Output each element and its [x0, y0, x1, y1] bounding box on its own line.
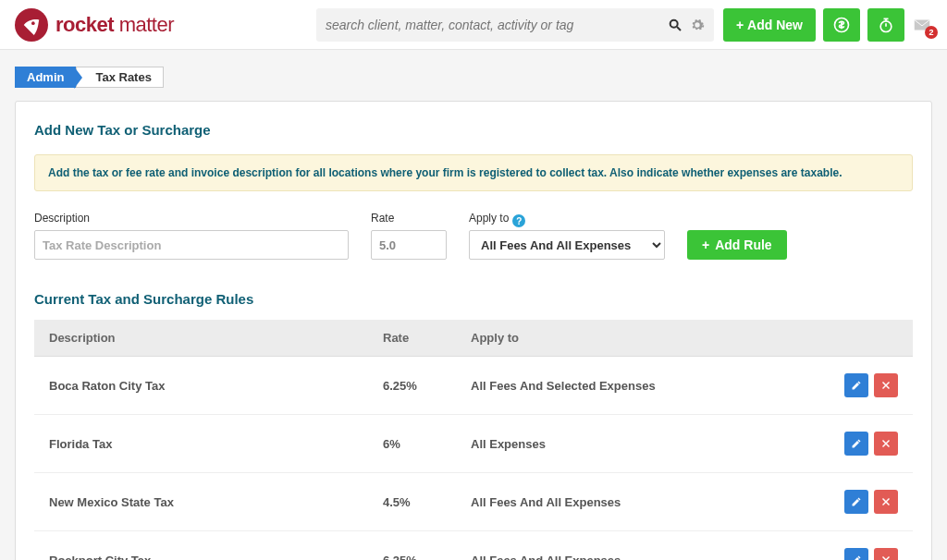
description-input[interactable] [34, 230, 349, 260]
cell-apply: All Fees And Selected Expenses [456, 357, 807, 415]
cell-rate: 6% [368, 415, 456, 473]
col-header-apply: Apply to [456, 320, 807, 357]
svg-line-2 [677, 27, 681, 30]
svg-point-4 [880, 20, 892, 31]
edit-button[interactable] [844, 373, 868, 397]
cell-apply: All Fees And All Expenses [456, 473, 807, 531]
delete-button[interactable] [874, 490, 898, 514]
description-label: Description [34, 212, 349, 225]
table-row: Rockport City Tax6.25%All Fees And All E… [34, 531, 913, 561]
col-header-rate: Rate [368, 320, 456, 357]
help-box: Add the tax or fee rate and invoice desc… [34, 154, 913, 191]
rules-section-title: Current Tax and Surcharge Rules [34, 291, 913, 307]
notifications-button[interactable]: 2 [912, 15, 932, 35]
rocket-icon [15, 8, 48, 42]
main-panel: Add New Tax or Surcharge Add the tax or … [15, 101, 932, 560]
brand-text: rocket matter [55, 13, 174, 37]
section-title: Add New Tax or Surcharge [34, 122, 913, 138]
add-new-button[interactable]: + Add New [723, 8, 816, 42]
billing-button[interactable] [823, 8, 860, 42]
cell-description: New Mexico State Tax [34, 473, 368, 531]
apply-to-field: Apply to ? All Fees And All Expenses [469, 212, 665, 260]
col-header-actions [807, 320, 913, 357]
timer-button[interactable] [867, 8, 904, 42]
edit-button[interactable] [844, 548, 868, 560]
table-row: New Mexico State Tax4.5%All Fees And All… [34, 473, 913, 531]
cell-description: Florida Tax [34, 415, 368, 473]
logo[interactable]: rocket matter [15, 8, 174, 42]
cell-description: Rockport City Tax [34, 531, 368, 561]
breadcrumb-admin[interactable]: Admin [15, 67, 76, 88]
help-icon[interactable]: ? [512, 214, 525, 227]
cell-rate: 4.5% [368, 473, 456, 531]
form-row: Description Rate Apply to ? All Fees And… [34, 212, 913, 260]
plus-icon: + [736, 18, 744, 32]
cell-apply: All Fees And All Expenses [456, 531, 807, 561]
rate-field: Rate [371, 212, 447, 260]
search-box[interactable] [316, 8, 714, 42]
search-icon[interactable] [668, 18, 683, 32]
delete-button[interactable] [874, 373, 898, 397]
cell-description: Boca Raton City Tax [34, 357, 368, 415]
notification-badge: 2 [925, 26, 938, 39]
rules-table: Description Rate Apply to Boca Raton Cit… [34, 320, 913, 560]
cell-rate: 6.25% [368, 531, 456, 561]
gear-icon[interactable] [690, 18, 705, 32]
cell-apply: All Expenses [456, 415, 807, 473]
add-rule-button[interactable]: + Add Rule [687, 230, 787, 260]
add-rule-label: Add Rule [715, 237, 771, 252]
table-row: Florida Tax6%All Expenses [34, 415, 913, 473]
apply-to-select[interactable]: All Fees And All Expenses [469, 230, 665, 260]
plus-icon: + [702, 237, 709, 252]
add-new-label: Add New [747, 18, 803, 32]
apply-to-label: Apply to [469, 212, 509, 225]
delete-button[interactable] [874, 432, 898, 456]
edit-button[interactable] [844, 490, 868, 514]
cell-rate: 6.25% [368, 357, 456, 415]
edit-button[interactable] [844, 432, 868, 456]
breadcrumb-current: Tax Rates [76, 67, 163, 88]
svg-point-1 [670, 19, 678, 27]
svg-point-0 [31, 21, 35, 25]
rate-label: Rate [371, 212, 447, 225]
top-bar: rocket matter + Add New 2 [0, 0, 947, 50]
search-input[interactable] [326, 18, 668, 32]
table-row: Boca Raton City Tax6.25%All Fees And Sel… [34, 357, 913, 415]
description-field: Description [34, 212, 349, 260]
col-header-description: Description [34, 320, 368, 357]
breadcrumb: Admin Tax Rates [15, 67, 932, 88]
rate-input[interactable] [371, 230, 447, 260]
delete-button[interactable] [874, 548, 898, 560]
stopwatch-icon [877, 16, 895, 34]
dollar-icon [832, 16, 851, 34]
